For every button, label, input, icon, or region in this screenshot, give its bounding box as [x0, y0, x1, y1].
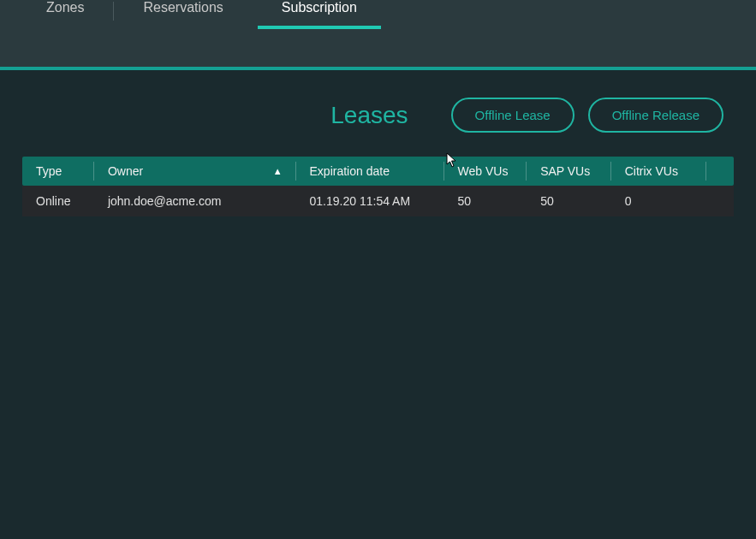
- cell-sap-vus: 50: [527, 186, 611, 216]
- tab-label: Zones: [46, 0, 84, 15]
- section-title: Leases: [9, 102, 417, 129]
- column-header-owner[interactable]: Owner ▲: [94, 157, 296, 186]
- cell-expiration: 01.19.20 11:54 AM: [296, 186, 444, 216]
- cell-type: Online: [22, 186, 94, 216]
- header-label: Owner: [108, 164, 143, 178]
- leases-header: Leases Offline Lease Offline Release: [9, 70, 747, 157]
- header-label: SAP VUs: [540, 164, 590, 178]
- column-header-end: [706, 157, 734, 186]
- tab-zones[interactable]: Zones: [17, 0, 113, 24]
- column-header-web-vus[interactable]: Web VUs: [444, 157, 527, 186]
- top-tabs-bar: Zones Reservations Subscription: [0, 0, 756, 70]
- header-label: Expiration date: [310, 164, 390, 178]
- content-area: Leases Offline Lease Offline Release Typ…: [0, 70, 756, 216]
- column-header-type[interactable]: Type: [22, 157, 94, 186]
- column-header-sap-vus[interactable]: SAP VUs: [527, 157, 611, 186]
- column-header-citrix-vus[interactable]: Citrix VUs: [611, 157, 706, 186]
- tab-subscription[interactable]: Subscription: [253, 0, 386, 24]
- offline-lease-button[interactable]: Offline Lease: [451, 98, 574, 133]
- table-row[interactable]: Online john.doe@acme.com 01.19.20 11:54 …: [22, 186, 734, 216]
- action-buttons: Offline Lease Offline Release: [451, 98, 723, 133]
- offline-release-button[interactable]: Offline Release: [588, 98, 723, 133]
- cell-end: [706, 186, 734, 216]
- cell-owner: john.doe@acme.com: [94, 186, 296, 216]
- header-label: Type: [36, 164, 62, 178]
- header-label: Citrix VUs: [625, 164, 678, 178]
- sort-asc-icon: ▲: [273, 166, 283, 176]
- tab-reservations[interactable]: Reservations: [114, 0, 252, 24]
- tab-label: Reservations: [143, 0, 223, 15]
- table-header-row: Type Owner ▲ Expiration date Web VUs SAP…: [22, 157, 734, 186]
- column-header-expiration[interactable]: Expiration date: [296, 157, 444, 186]
- leases-table: Type Owner ▲ Expiration date Web VUs SAP…: [22, 157, 734, 216]
- cell-web-vus: 50: [444, 186, 527, 216]
- cell-citrix-vus: 0: [611, 186, 706, 216]
- tab-label: Subscription: [282, 0, 357, 15]
- header-label: Web VUs: [458, 164, 509, 178]
